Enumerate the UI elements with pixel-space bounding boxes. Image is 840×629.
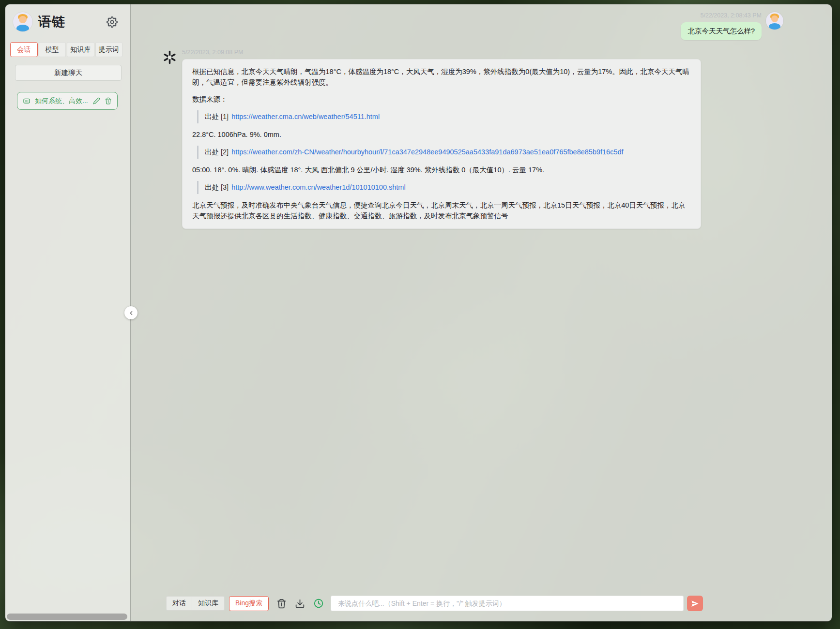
avatar-face (19, 16, 27, 23)
chat-bubble-icon (23, 97, 31, 105)
app-window: 语链 会话 模型 知识库 提示词 新建聊天 如何系统、高效... (5, 4, 832, 622)
sidebar-header: 语链 (5, 4, 130, 31)
message-input[interactable] (331, 596, 684, 611)
new-chat-button[interactable]: 新建聊天 (15, 65, 122, 81)
sidebar-collapse-button[interactable] (124, 306, 137, 319)
citation-2-link[interactable]: https://weather.com/zh-CN/weather/hourby… (231, 148, 623, 156)
settings-gear-icon[interactable] (107, 16, 118, 28)
history-clock-icon[interactable] (313, 598, 324, 609)
citation-3: 出处 [3]http://www.weather.com.cn/weather1… (197, 181, 691, 194)
tab-knowledge-base[interactable]: 知识库 (67, 42, 94, 57)
user-avatar[interactable] (13, 12, 32, 31)
clear-trash-icon[interactable] (276, 599, 287, 609)
input-toolbar: 对话 知识库 Bing搜索 (166, 596, 703, 611)
sidebar-tabs: 会话 模型 知识库 提示词 (10, 42, 122, 57)
avatar-face (771, 15, 778, 22)
citation-2-prefix: 出处 [2] (205, 148, 229, 156)
sidebar: 语链 会话 模型 知识库 提示词 新建聊天 如何系统、高效... (5, 4, 131, 621)
avatar-shirt (769, 23, 780, 30)
citation-1-note: 22.8°C. 1006hPa. 9%. 0mm. (192, 129, 691, 140)
conversation-title[interactable]: 如何系统、高效... (35, 97, 89, 105)
sidebar-horizontal-scrollbar[interactable] (7, 614, 127, 620)
citation-1-link[interactable]: https://weather.cma.cn/web/weather/54511… (231, 113, 380, 120)
citation-3-note: 北京天气预报，及时准确发布中央气象台天气信息，便捷查询北京今日天气，北京周末天气… (192, 200, 691, 222)
conversation-list-item[interactable]: 如何系统、高效... (17, 92, 118, 110)
citation-2-note: 05:00. 18°. 0%. 晴朗. 体感温度 18°. 大风 西北偏北 9 … (192, 165, 691, 175)
openai-logo-icon (162, 50, 177, 65)
delete-trash-icon[interactable] (105, 97, 112, 105)
assistant-message-bubble: 根据已知信息，北京今天天气晴朗，气温为18°C，体感温度为18°C，大风天气，湿… (182, 59, 701, 229)
user-message-timestamp: 5/22/2023, 2:08:43 PM (701, 12, 762, 19)
tab-prompts[interactable]: 提示词 (95, 42, 123, 57)
user-message-bubble: 北京今天天气怎么样? (681, 22, 762, 40)
avatar-shirt (16, 25, 29, 31)
send-button[interactable] (687, 596, 703, 611)
mode-knowledge-base-button[interactable]: 知识库 (192, 596, 225, 611)
sources-label: 数据来源： (192, 94, 691, 105)
mode-chat-button[interactable]: 对话 (166, 596, 192, 611)
citation-2: 出处 [2]https://weather.com/zh-CN/weather/… (197, 146, 691, 158)
download-icon[interactable] (295, 599, 305, 609)
assistant-message-timestamp: 5/22/2023, 2:09:08 PM (182, 49, 701, 56)
citation-3-prefix: 出处 [3] (205, 183, 229, 191)
edit-pencil-icon[interactable] (93, 97, 100, 105)
send-plane-icon (691, 599, 699, 608)
citation-1-prefix: 出处 [1] (205, 113, 229, 120)
assistant-message-row: 5/22/2023, 2:09:08 PM 根据已知信息，北京今天天气晴朗，气温… (162, 49, 701, 229)
chevron-left-icon (128, 310, 135, 316)
chat-area: 5/22/2023, 2:08:43 PM 北京今天天气怎么样? (132, 4, 832, 621)
assistant-paragraph: 根据已知信息，北京今天天气晴朗，气温为18°C，体感温度为18°C，大风天气，湿… (192, 66, 691, 88)
user-message-row: 5/22/2023, 2:08:43 PM 北京今天天气怎么样? (681, 12, 783, 40)
app-title: 语链 (38, 13, 65, 30)
citation-3-link[interactable]: http://www.weather.com.cn/weather1d/1010… (231, 183, 405, 191)
citation-1: 出处 [1]https://weather.cma.cn/web/weather… (197, 110, 691, 123)
user-avatar (766, 12, 783, 30)
mode-bing-search-button[interactable]: Bing搜索 (229, 596, 269, 611)
tab-models[interactable]: 模型 (39, 42, 66, 57)
tab-conversations[interactable]: 会话 (10, 42, 38, 57)
